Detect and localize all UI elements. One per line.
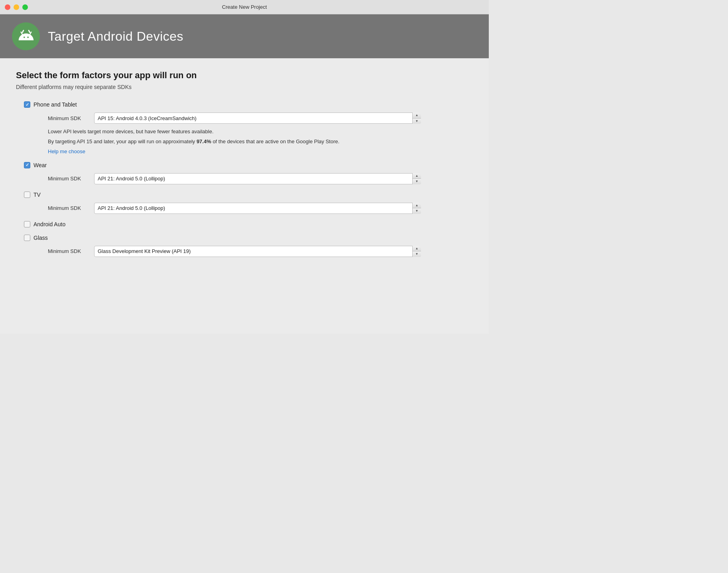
sdk-label-tv: Minimum SDK: [48, 205, 88, 211]
phone-tablet-sdk-field: API 15: Android 4.0.3 (IceCreamSandwich): [94, 113, 421, 124]
title-bar: Create New Project: [0, 0, 489, 14]
android-auto-checkbox[interactable]: [24, 221, 30, 227]
phone-tablet-label[interactable]: Phone and Tablet: [33, 101, 77, 108]
main-content: Select the form factors your app will ru…: [0, 58, 489, 334]
glass-sdk-row: Minimum SDK Glass Development Kit Previe…: [48, 246, 473, 257]
phone-tablet-sdk-down[interactable]: ▼: [413, 119, 421, 124]
phone-tablet-sdk-wrapper: API 15: Android 4.0.3 (IceCreamSandwich)…: [94, 113, 421, 124]
close-button[interactable]: [5, 4, 10, 10]
form-group-phone-tablet: Phone and Tablet Minimum SDK API 15: And…: [24, 101, 473, 155]
sdk-label-wear: Minimum SDK: [48, 176, 88, 182]
phone-tablet-info: Lower API levels target more devices, bu…: [48, 128, 347, 155]
wear-label[interactable]: Wear: [33, 162, 47, 168]
android-icon: [12, 22, 40, 50]
tv-sdk-up[interactable]: ▲: [413, 203, 421, 209]
glass-sdk-up[interactable]: ▲: [413, 246, 421, 252]
wear-sdk-up[interactable]: ▲: [413, 173, 421, 179]
form-group-android-auto: Android Auto: [24, 221, 473, 227]
tv-label[interactable]: TV: [33, 192, 41, 198]
tv-sdk-down[interactable]: ▼: [413, 208, 421, 214]
wizard-header: Target Android Devices: [0, 14, 489, 58]
wear-sdk-down[interactable]: ▼: [413, 179, 421, 184]
sdk-label-phone: Minimum SDK: [48, 115, 88, 121]
tv-checkbox[interactable]: [24, 192, 30, 198]
phone-tablet-row: Phone and Tablet: [24, 101, 473, 108]
android-auto-label[interactable]: Android Auto: [33, 221, 65, 227]
glass-sdk-down[interactable]: ▼: [413, 251, 421, 257]
tv-sdk-stepper: ▲ ▼: [412, 203, 421, 214]
minimize-button[interactable]: [14, 4, 19, 10]
sdk-label-glass: Minimum SDK: [48, 248, 88, 254]
tv-sdk-row: Minimum SDK API 21: Android 5.0 (Lollipo…: [48, 203, 473, 214]
wear-sdk-field: API 21: Android 5.0 (Lollipop): [94, 173, 421, 184]
help-me-choose-link[interactable]: Help me choose: [48, 148, 85, 154]
form-section: Phone and Tablet Minimum SDK API 15: And…: [24, 101, 473, 257]
tv-row: TV: [24, 192, 473, 198]
tv-sdk-field: API 21: Android 5.0 (Lollipop): [94, 203, 421, 214]
wear-sdk-row: Minimum SDK API 21: Android 5.0 (Lollipo…: [48, 173, 473, 184]
window-controls: [5, 4, 28, 10]
form-group-tv: TV Minimum SDK API 21: Android 5.0 (Loll…: [24, 192, 473, 214]
glass-sdk-wrapper: Glass Development Kit Preview (API 19) ▲…: [94, 246, 421, 257]
glass-label[interactable]: Glass: [33, 235, 48, 241]
window-title: Create New Project: [222, 4, 267, 10]
wear-checkbox[interactable]: [24, 162, 30, 168]
tv-sdk-wrapper: API 21: Android 5.0 (Lollipop) ▲ ▼: [94, 203, 421, 214]
maximize-button[interactable]: [22, 4, 28, 10]
page-title: Target Android Devices: [48, 29, 183, 44]
info-text-2: By targeting API 15 and later, your app …: [48, 138, 347, 146]
phone-tablet-sdk-row: Minimum SDK API 15: Android 4.0.3 (IceCr…: [48, 113, 473, 124]
form-group-glass: Glass Minimum SDK Glass Development Kit …: [24, 235, 473, 257]
wear-row: Wear: [24, 162, 473, 168]
phone-tablet-sdk-stepper: ▲ ▼: [412, 113, 421, 124]
glass-checkbox[interactable]: [24, 235, 30, 241]
form-group-wear: Wear Minimum SDK API 21: Android 5.0 (Lo…: [24, 162, 473, 184]
phone-tablet-sdk-up[interactable]: ▲: [413, 113, 421, 119]
wear-sdk-wrapper: API 21: Android 5.0 (Lollipop) ▲ ▼: [94, 173, 421, 184]
android-auto-row: Android Auto: [24, 221, 473, 227]
section-title: Select the form factors your app will ru…: [16, 70, 473, 81]
glass-row: Glass: [24, 235, 473, 241]
glass-sdk-stepper: ▲ ▼: [412, 246, 421, 257]
glass-sdk-field: Glass Development Kit Preview (API 19): [94, 246, 421, 257]
section-subtitle: Different platforms may require separate…: [16, 84, 473, 90]
info-text-1: Lower API levels target more devices, bu…: [48, 128, 347, 136]
wear-sdk-stepper: ▲ ▼: [412, 173, 421, 184]
phone-tablet-checkbox[interactable]: [24, 101, 30, 108]
